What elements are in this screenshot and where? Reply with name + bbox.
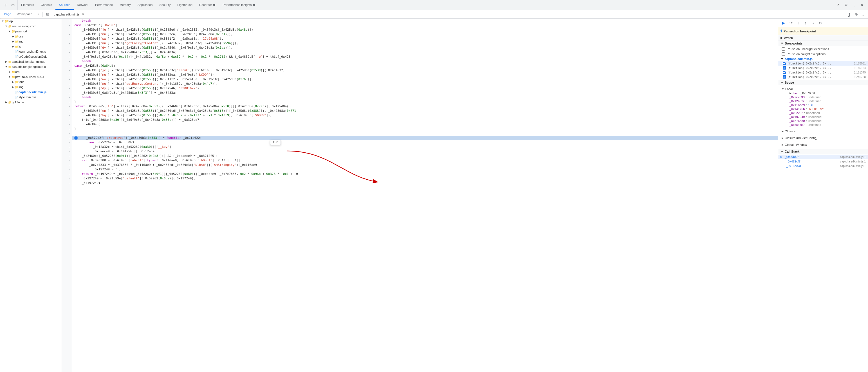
cs-file-1: captcha-sdk.min.js:1: [840, 160, 866, 163]
bp-item-2[interactable]: (function(_0x2c2fc5,_0x...1:181379: [778, 70, 868, 75]
code-scroll[interactable]: ------------------------------------- br…: [62, 19, 778, 372]
global-header[interactable]: ▶ Global Window: [778, 142, 868, 147]
tree-item-stylemincss[interactable]: 📄style.min.css: [0, 95, 62, 100]
settings-icon[interactable]: ⚙: [843, 2, 849, 8]
callstack-item-0[interactable]: ▶_0x2fa022captcha-sdk.min.js:1: [778, 154, 868, 159]
pause-caught-checkbox[interactable]: [782, 52, 785, 56]
line-num-16: -: [63, 91, 71, 95]
tab-sources[interactable]: Sources: [55, 0, 73, 10]
watch-header[interactable]: ▶ Watch: [778, 35, 868, 40]
tree-item-jy17ucn[interactable]: ▶📁jy.17u.cn: [0, 100, 62, 105]
tree-item-img[interactable]: ▶📁img: [0, 84, 62, 90]
code-line-32: _0x7c7833 = _0x376380 ? _0x116ae9 : _0x2…: [72, 163, 778, 167]
local-scope: ▼ Local ▶ this : _0x379d2f _0x7c7833: un…: [778, 86, 868, 128]
tree-item-img[interactable]: ▶📁img: [0, 39, 62, 44]
bp-text-2: (function(_0x2c2fc5,_0x...: [787, 71, 831, 74]
tab-memory[interactable]: Memory: [116, 0, 134, 10]
bp-line-2: 1:181379: [854, 71, 866, 74]
tree-item-js[interactable]: ▶📁js: [0, 44, 62, 49]
info-icon: ℹ: [780, 29, 782, 33]
bp-item-1[interactable]: (function(_0x2c2fc5,_0x...1:180154: [778, 66, 868, 70]
more-tabs-icon[interactable]: »: [35, 11, 42, 18]
scope-var-2: _0x116ae9: 150: [785, 103, 868, 107]
tree-item-passport[interactable]: ▼📁passport: [0, 29, 62, 34]
tree-item-secureelongcom[interactable]: ▼📁secure.elong.com: [0, 24, 62, 29]
tab-elements[interactable]: Elements: [18, 0, 37, 10]
tree-item-captchasdkminjs[interactable]: 📄captcha-sdk.min.js: [0, 90, 62, 95]
bp-checkbox-2[interactable]: [783, 71, 786, 74]
more-options-icon[interactable]: ⋮: [850, 2, 857, 8]
tree-item-castaticfengkongcloudc[interactable]: ▼📁castatic.fengkongcloud.c: [0, 64, 62, 69]
resume-btn[interactable]: ▶: [780, 20, 787, 26]
device-icon[interactable]: ▭: [9, 2, 16, 8]
bp-item-0[interactable]: (function(_0x2c2fc5,_0x...1:178051: [778, 61, 868, 66]
bp-checkbox-0[interactable]: [783, 62, 786, 65]
closure2-header[interactable]: ▶ Closure (88../smConfig): [778, 136, 868, 140]
var-val-2: 150: [808, 103, 813, 107]
tab-application[interactable]: Application: [134, 0, 156, 10]
tree-item-prautobuildv1041[interactable]: ▼📁pr/auto-build/v1.0.4-1: [0, 74, 62, 79]
tree-expand-arrow: ▶: [4, 60, 8, 63]
callstack-item-2[interactable]: _0x13be31captcha-sdk.min.js:1: [778, 164, 868, 168]
tab-lighthouse[interactable]: Lighthouse: [174, 0, 196, 10]
line-num-1: -: [63, 23, 71, 28]
pretty-print-icon[interactable]: ⊕: [853, 11, 860, 18]
code-line-3: _0x4639e5['mu'] = this[_0x425d8a(0x553)]…: [72, 32, 778, 37]
step-btn[interactable]: →: [810, 20, 816, 26]
callstack-label: Call Stack: [785, 150, 800, 153]
bp-checkbox-1[interactable]: [783, 66, 786, 69]
subtab-page[interactable]: Page: [1, 10, 14, 18]
tree-item-css[interactable]: ▶📁css: [0, 34, 62, 39]
tree-item-captcha1fengkongcloud[interactable]: ▶📁captcha1.fengkongcloud: [0, 59, 62, 64]
scope-header[interactable]: ▼ Scope: [778, 80, 868, 85]
tree-item-crb[interactable]: ▶📁crb: [0, 69, 62, 74]
close-devtools-icon[interactable]: ✕: [859, 2, 865, 8]
tree-item-qrcodesessionguid[interactable]: 📄qrCode?sessionGuid: [0, 54, 62, 59]
line-num-36: -: [63, 181, 71, 185]
code-line-18: }: [72, 100, 778, 104]
breakpoints-header[interactable]: ▼ Breakpoints: [778, 41, 868, 46]
code-line-7: _0x4639e5[_0x6f9c3c[_0x425d8a(0x3f3)]] =…: [72, 50, 778, 55]
bp-line-1: 1:180154: [854, 66, 866, 69]
pause-uncaught[interactable]: Pause on uncaught exceptions: [778, 47, 868, 52]
pause-uncaught-checkbox[interactable]: [782, 47, 785, 51]
line-num-24: -: [63, 127, 71, 131]
subtab-workspace[interactable]: Workspace: [14, 10, 35, 18]
code-line-4: _0x4639e5['ww'] = this[_0x425d8a(0x553)]…: [72, 37, 778, 41]
closure-header[interactable]: ▶ Closure: [778, 129, 868, 134]
line-num-3: -: [63, 32, 71, 37]
step-out-btn[interactable]: ↑: [802, 20, 809, 26]
active-file-tab[interactable]: captcha-sdk.min.js ✕: [51, 10, 87, 18]
var-name-7: _0xcaece9: [789, 123, 804, 126]
deactivate-btn[interactable]: ⊘: [817, 20, 823, 26]
tree-item-font[interactable]: ▶📁font: [0, 79, 62, 84]
pause-caught[interactable]: Pause on caught exceptions: [778, 52, 868, 57]
tab-performanceinsights[interactable]: Performance insights ⏺: [219, 0, 259, 10]
tab-network[interactable]: Network: [74, 0, 92, 10]
cs-name-2: _0x13be31: [786, 164, 801, 168]
local-header[interactable]: ▼ Local: [778, 87, 868, 91]
format-code-icon[interactable]: {}: [845, 11, 852, 18]
tab-security[interactable]: Security: [156, 0, 174, 10]
inspect-icon[interactable]: ⊹: [2, 2, 9, 8]
line-num-18: -: [63, 100, 71, 104]
tree-item-logincnhtmlnextu[interactable]: 📄login_cn.html?nextu: [0, 49, 62, 54]
tab-console[interactable]: Console: [37, 0, 55, 10]
bp-item-3[interactable]: (function(_0x2c2fc5,_0x...1:246768: [778, 75, 868, 79]
tab-performance[interactable]: Performance: [92, 0, 116, 10]
callstack-header[interactable]: ▼ Call Stack: [778, 149, 868, 154]
line-num-8: -: [63, 55, 71, 59]
tab-recorder[interactable]: Recorder ⏺: [196, 0, 219, 10]
step-over-btn[interactable]: ↷: [788, 20, 794, 26]
split-view-icon[interactable]: ⊟: [44, 11, 51, 18]
search-in-file-icon[interactable]: ⌕: [860, 11, 867, 18]
callstack-item-1[interactable]: _0x472cf7captcha-sdk.min.js:1: [778, 159, 868, 164]
tree-item-top[interactable]: ▼📁top: [0, 19, 62, 24]
this-expand-arrow[interactable]: ▶: [789, 92, 792, 95]
scope-var-6: _0x376380: undefined: [785, 119, 868, 123]
close-file-tab[interactable]: ✕: [82, 13, 84, 16]
bp-line-3: 1:246768: [854, 76, 866, 79]
step-into-btn[interactable]: ↓: [795, 20, 801, 26]
bp-checkbox-3[interactable]: [783, 75, 786, 79]
bp-body: Pause on uncaught exceptions Pause on ca…: [778, 46, 868, 80]
